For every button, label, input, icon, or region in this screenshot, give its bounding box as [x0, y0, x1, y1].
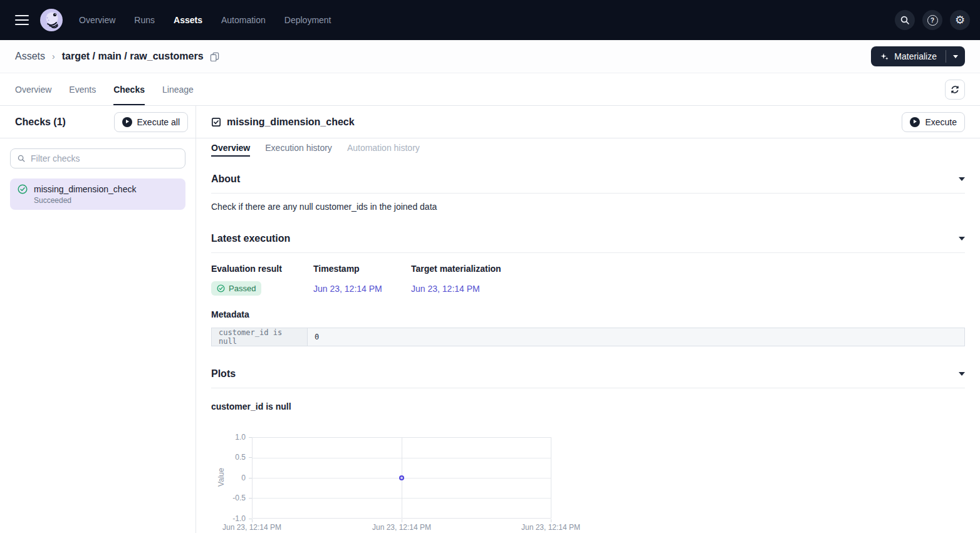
latest-execution-heading: Latest execution [211, 233, 290, 244]
passed-label: Passed [229, 284, 256, 293]
asset-tab-bar: Overview Events Checks Lineage [0, 73, 980, 106]
target-materialization-link[interactable]: Jun 23, 12:14 PM [411, 284, 480, 294]
passed-status-badge: Passed [211, 281, 261, 296]
hamburger-menu-icon[interactable] [15, 15, 29, 25]
settings-button[interactable]: ⚙ [950, 10, 970, 30]
plot-title: customer_id is null [211, 401, 965, 411]
plot-area [252, 437, 551, 519]
y-tick: -0.5 [219, 494, 246, 502]
tab-automation-history[interactable]: Automation history [347, 138, 420, 157]
checks-sidebar: Checks (1) Execute all missing_dimension… [0, 106, 196, 533]
execute-all-button[interactable]: Execute all [114, 112, 188, 132]
top-navbar: Overview Runs Assets Automation Deployme… [0, 0, 980, 40]
help-button[interactable]: ? [922, 10, 942, 30]
search-icon [900, 15, 910, 25]
nav-item-runs[interactable]: Runs [134, 15, 155, 25]
plots-section-header: Plots [211, 360, 965, 388]
nav-item-automation[interactable]: Automation [221, 15, 266, 25]
metadata-key: customer_id is null [212, 328, 308, 346]
tab-checks[interactable]: Checks [113, 73, 145, 105]
asset-check-icon [211, 117, 221, 127]
column-evaluation-result: Evaluation result [211, 264, 313, 274]
x-tick: Jun 23, 12:14 PM [217, 523, 286, 532]
column-target-materialization: Target materialization [411, 264, 965, 274]
x-tick: Jun 23, 12:14 PM [367, 523, 436, 532]
chevron-down-icon [953, 55, 958, 58]
check-success-icon [18, 184, 28, 194]
breadcrumb-assets-link[interactable]: Assets [15, 51, 45, 62]
check-detail-tab-bar: Overview Execution history Automation hi… [196, 138, 980, 157]
refresh-button[interactable] [945, 80, 965, 100]
table-row: customer_id is null 0 [212, 328, 965, 346]
breadcrumb-asset-path: target / main / raw_customers [62, 51, 204, 62]
primary-nav: Overview Runs Assets Automation Deployme… [79, 15, 331, 25]
materialize-split-button: Materialize [871, 46, 965, 66]
refresh-icon [950, 85, 960, 95]
y-tick: -1.0 [219, 515, 246, 522]
materialize-button[interactable]: Materialize [871, 46, 946, 66]
tab-execution-history[interactable]: Execution history [265, 138, 332, 157]
execute-label: Execute [925, 117, 957, 127]
plots-heading: Plots [211, 368, 236, 380]
metadata-value: 0 [308, 328, 965, 346]
play-icon [122, 117, 132, 127]
y-tick: 0 [219, 474, 246, 482]
sparkle-icon [880, 52, 889, 61]
filter-checks-field [10, 148, 185, 168]
check-item-status: Succeeded [34, 196, 178, 205]
copy-icon[interactable] [210, 52, 219, 61]
check-list-item[interactable]: missing_dimension_check Succeeded [10, 179, 185, 210]
filter-checks-input[interactable] [31, 153, 179, 163]
check-item-name: missing_dimension_check [34, 184, 136, 194]
tab-lineage[interactable]: Lineage [162, 73, 194, 105]
checks-panel-title: Checks (1) [15, 116, 66, 128]
nav-item-assets[interactable]: Assets [174, 15, 202, 25]
about-heading: About [211, 173, 240, 185]
nav-item-overview[interactable]: Overview [79, 15, 115, 25]
y-tick: 0.5 [219, 453, 246, 461]
chevron-right-icon: › [52, 51, 55, 61]
timestamp-link[interactable]: Jun 23, 12:14 PM [313, 284, 382, 294]
latest-execution-section-header: Latest execution [211, 225, 965, 252]
column-timestamp: Timestamp [313, 264, 411, 274]
metadata-table: customer_id is null 0 [211, 328, 965, 346]
materialize-label: Materialize [894, 51, 937, 61]
check-detail-panel: missing_dimension_check Execute Overview… [196, 106, 980, 533]
metadata-heading: Metadata [211, 309, 965, 319]
nav-item-deployment[interactable]: Deployment [284, 15, 331, 25]
data-point [399, 475, 404, 480]
tab-events[interactable]: Events [69, 73, 96, 105]
help-icon: ? [927, 15, 938, 26]
gear-icon: ⚙ [955, 14, 965, 26]
value-scatter-chart: Value 1.0 0.5 0 -0.5 -1.0 [211, 433, 965, 533]
about-section-header: About [211, 165, 965, 193]
materialize-dropdown-button[interactable] [946, 46, 965, 66]
collapse-chevron-icon[interactable] [959, 372, 965, 376]
execute-button[interactable]: Execute [902, 112, 965, 132]
dagster-logo-icon[interactable] [40, 9, 63, 31]
x-tick: Jun 23, 12:14 PM [516, 523, 585, 532]
check-detail-title: missing_dimension_check [227, 116, 355, 128]
tab-overview[interactable]: Overview [15, 73, 51, 105]
search-icon [17, 154, 26, 163]
collapse-chevron-icon[interactable] [959, 237, 965, 241]
tab-check-overview[interactable]: Overview [211, 138, 250, 157]
y-tick: 1.0 [219, 433, 246, 441]
breadcrumb-row: Assets › target / main / raw_customers M… [0, 40, 980, 73]
collapse-chevron-icon[interactable] [959, 177, 965, 181]
search-button[interactable] [895, 10, 915, 30]
play-icon [910, 117, 920, 127]
execute-all-label: Execute all [137, 117, 180, 127]
about-description: Check if there are any null customer_ids… [211, 202, 965, 212]
